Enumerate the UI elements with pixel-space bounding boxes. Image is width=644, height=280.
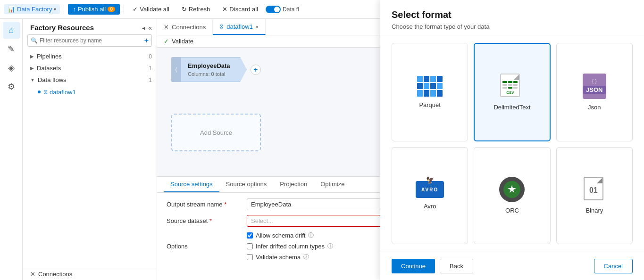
- binary-label: Binary: [585, 207, 603, 214]
- allow-schema-info-icon[interactable]: ⓘ: [308, 231, 314, 239]
- overlay-footer: Continue Back Cancel: [380, 252, 644, 280]
- json-label: Json: [588, 104, 601, 111]
- output-stream-label: Output stream name *: [167, 201, 242, 208]
- collapse-icon[interactable]: ◂: [142, 24, 145, 32]
- dataflow1-label: dataflow1: [50, 89, 76, 96]
- dataflows-label: Data flows: [38, 76, 67, 83]
- node-subtitle-value: 0 total: [211, 71, 226, 77]
- infer-columns-label: Infer drifted column types: [256, 243, 325, 250]
- resources-icons: ◂ «: [142, 24, 152, 32]
- dataflows-count: 1: [149, 77, 152, 83]
- infer-columns-checkbox[interactable]: [247, 243, 253, 249]
- format-card-avro[interactable]: 🦅 AVRO Avro: [392, 147, 468, 245]
- overlay-header: Select format Choose the format type of …: [380, 19, 644, 35]
- allow-schema-label: Allow schema drift: [256, 232, 305, 239]
- datasets-item[interactable]: ▶ Datasets 1: [23, 62, 157, 74]
- datasets-count: 1: [149, 65, 152, 72]
- format-card-binary[interactable]: 01 Binary: [556, 147, 633, 245]
- factory-icon: 📊: [8, 6, 15, 13]
- pipelines-arrow: ▶: [30, 54, 34, 59]
- refresh-button[interactable]: ↻ Refresh: [177, 4, 215, 15]
- dataflows-arrow: ▼: [30, 77, 35, 82]
- refresh-icon: ↻: [182, 6, 187, 13]
- toggle-track[interactable]: [266, 6, 281, 13]
- stab-projection[interactable]: Projection: [273, 177, 314, 192]
- validate-schema-row: Validate schema ⓘ: [247, 253, 333, 261]
- pipelines-item[interactable]: ▶ Pipelines 0: [23, 50, 157, 62]
- tab-dataflow-label: dataflow1: [226, 23, 253, 30]
- connections-x-icon: ✕: [30, 271, 35, 278]
- validate-schema-checkbox[interactable]: [247, 254, 253, 260]
- tab-close-icon[interactable]: ●: [256, 24, 259, 29]
- add-resource-button[interactable]: +: [144, 36, 149, 45]
- tab-connections[interactable]: ✕ Connections: [157, 20, 213, 34]
- node-expand-btn[interactable]: ⟨: [171, 57, 181, 82]
- format-card-orc[interactable]: ORC: [474, 147, 550, 245]
- node-subtitle-label: Columns:: [188, 71, 209, 77]
- dataflow-icon: ⧖: [219, 23, 224, 30]
- validate-icon: ✓: [133, 6, 138, 13]
- connections-label: Connections: [38, 271, 72, 278]
- data-flow-toggle[interactable]: Data fl: [266, 6, 299, 13]
- employee-data-node[interactable]: ⟨ EmployeeData Columns: 0 total +: [171, 57, 247, 82]
- dataflow-flow-icon: ⧖: [43, 88, 48, 96]
- nav-home[interactable]: ⌂: [3, 22, 20, 39]
- avro-icon: 🦅 AVRO: [416, 181, 444, 198]
- search-input[interactable]: [40, 37, 142, 44]
- orc-icon: [499, 177, 525, 202]
- csv-icon: CSV: [500, 74, 524, 99]
- overlay-subtitle: Choose the format type of your data: [392, 23, 633, 30]
- cancel-button[interactable]: Cancel: [594, 259, 633, 273]
- connections-x: ✕: [164, 24, 169, 31]
- validate-all-button[interactable]: ✓ Validate all: [128, 4, 174, 15]
- validate-schema-info-icon[interactable]: ⓘ: [303, 253, 309, 261]
- node-body: EmployeeData Columns: 0 total: [181, 57, 247, 82]
- back-button[interactable]: Back: [440, 259, 473, 273]
- nav-edit[interactable]: ✎: [3, 41, 20, 58]
- allow-schema-row: Allow schema drift ⓘ: [247, 231, 333, 239]
- nav-manage[interactable]: ⚙: [3, 78, 20, 95]
- continue-button[interactable]: Continue: [392, 259, 435, 273]
- stab-source-settings[interactable]: Source settings: [164, 177, 219, 192]
- collapse2-icon[interactable]: «: [148, 24, 152, 32]
- datasets-arrow: ▶: [30, 66, 34, 71]
- discard-button[interactable]: ✕ Discard all: [217, 4, 263, 15]
- avro-label: Avro: [424, 203, 436, 210]
- svg-marker-0: [508, 185, 516, 193]
- main-layout: ⌂ ✎ ◈ ⚙ Factory Resources ◂ « 🔍 + ▶ Pipe…: [0, 19, 644, 280]
- stab-source-options[interactable]: Source options: [219, 177, 274, 192]
- brand-button[interactable]: 📊 Data Factory ▾: [4, 4, 60, 14]
- publish-icon: ↑: [73, 6, 76, 13]
- nav-monitor[interactable]: ◈: [3, 59, 20, 76]
- options-label: Options: [167, 243, 242, 250]
- stab-optimize[interactable]: Optimize: [314, 177, 351, 192]
- allow-schema-checkbox[interactable]: [247, 232, 253, 239]
- parquet-icon: [417, 76, 443, 97]
- resources-panel: Factory Resources ◂ « 🔍 + ▶ Pipelines 0 …: [23, 19, 157, 280]
- tab-dataflow1[interactable]: ⧖ dataflow1 ●: [213, 19, 266, 35]
- dataflow-dot: [38, 91, 41, 93]
- orc-label: ORC: [505, 207, 519, 214]
- validate-label[interactable]: Validate: [172, 38, 193, 45]
- infer-columns-info-icon[interactable]: ⓘ: [327, 242, 333, 250]
- node-add-button[interactable]: +: [251, 65, 261, 75]
- overlay-title: Select format: [392, 19, 633, 20]
- validate-schema-label: Validate schema: [256, 254, 301, 261]
- format-card-parquet[interactable]: Parquet: [392, 43, 468, 141]
- search-box: 🔍 +: [27, 34, 152, 47]
- dataflow1-item[interactable]: ⧖ dataflow1: [23, 86, 157, 98]
- format-card-json[interactable]: { } JSON Json: [556, 43, 633, 141]
- resources-title: Factory Resources: [30, 24, 94, 32]
- add-source-box[interactable]: Add Source: [171, 114, 261, 151]
- node-subtitle: Columns: 0 total: [188, 71, 232, 77]
- dataflows-item[interactable]: ▼ Data flows 1: [23, 74, 157, 86]
- separator: [64, 5, 64, 14]
- delimited-label: DelimitedText: [493, 104, 530, 111]
- validate-check-icon: ✓: [164, 38, 169, 45]
- add-source-label: Add Source: [200, 129, 232, 136]
- resource-tree: ▶ Pipelines 0 ▶ Datasets 1 ▼ Data flows …: [23, 50, 157, 268]
- separator2: [124, 5, 124, 14]
- connections-item[interactable]: ✕ Connections: [23, 268, 157, 280]
- publish-button[interactable]: ↑ Publish all 0: [68, 4, 120, 15]
- format-card-delimited[interactable]: CSV DelimitedText: [474, 43, 550, 141]
